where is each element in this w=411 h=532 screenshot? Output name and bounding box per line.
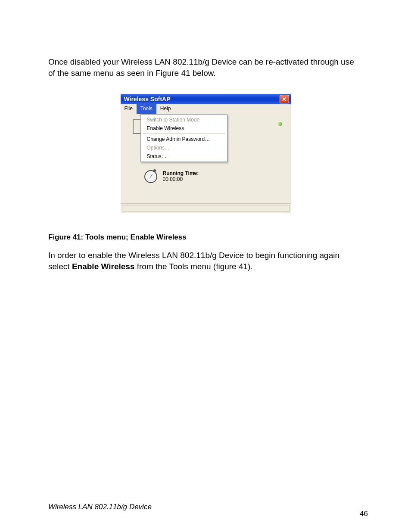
page-number: 46 [360, 510, 368, 518]
titlebar[interactable]: Wireless SoftAP ✕ [121, 94, 291, 104]
figure-caption: Figure 41: Tools menu; Enable Wireless [48, 233, 363, 242]
menu-item-switch-station: Switch to Station Mode [141, 115, 227, 124]
menu-separator [143, 134, 225, 134]
menu-file[interactable]: File [121, 104, 137, 114]
menubar: File Tools Help [121, 104, 291, 114]
status-led-icon [278, 122, 282, 126]
intro-paragraph: Once disabled your Wireless LAN 802.11b/… [48, 56, 363, 78]
menu-help[interactable]: Help [156, 104, 175, 114]
stopwatch-icon [144, 169, 157, 183]
tools-dropdown: Switch to Station Mode Enable Wireless C… [140, 114, 227, 162]
close-button[interactable]: ✕ [280, 95, 289, 103]
close-icon: ✕ [282, 96, 286, 102]
status-bar [121, 203, 291, 213]
running-time-label: Running Time: [163, 170, 199, 176]
window-title: Wireless SoftAP [124, 96, 171, 103]
instruction-paragraph: In order to enable the Wireless LAN 802.… [48, 250, 363, 272]
menu-item-options: Options… [141, 143, 227, 152]
menu-item-enable-wireless[interactable]: Enable Wireless [141, 124, 227, 133]
running-time-box: Running Time: 00:00:00 [144, 169, 199, 183]
client-area: Switch to Station Mode Enable Wireless C… [121, 114, 291, 213]
instruction-text-b: from the Tools menu (figure 41). [134, 262, 252, 271]
menu-item-status[interactable]: Status… [141, 152, 227, 161]
menu-item-change-password[interactable]: Change Admin Password… [141, 135, 227, 143]
running-time-value: 00:00:00 [163, 176, 199, 182]
wireless-softap-window: Wireless SoftAP ✕ File Tools Help Switch… [121, 94, 291, 213]
instruction-bold: Enable Wireless [72, 262, 135, 271]
footer-title: Wireless LAN 802.11b/g Device [48, 503, 152, 511]
menu-tools[interactable]: Tools [137, 104, 156, 114]
panel-fragment-icon [133, 119, 140, 134]
